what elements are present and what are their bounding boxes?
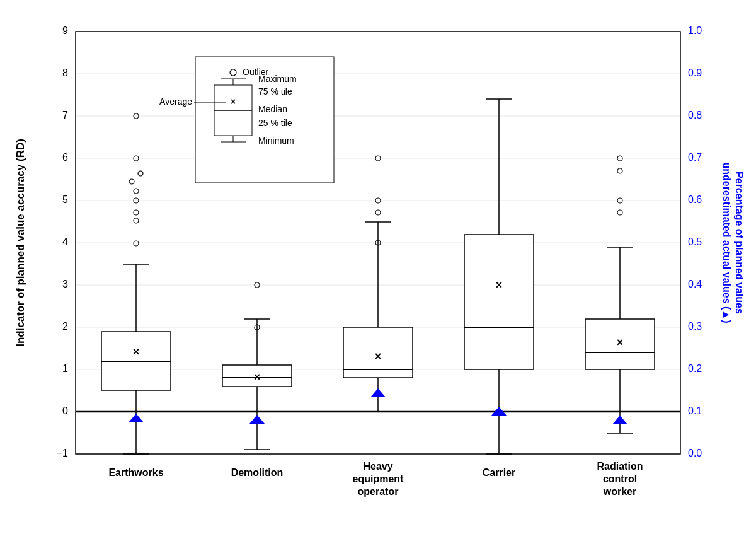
x-label-radiation3: worker [603, 486, 636, 497]
svg-text:×: × [496, 279, 503, 291]
svg-text:×: × [133, 346, 140, 358]
legend-average: Average [159, 96, 192, 107]
legend-median: Median [258, 104, 287, 114]
y-right-05: 0.5 [688, 236, 702, 247]
x-label-demolition: Demolition [231, 467, 284, 478]
x-label-radiation2: control [603, 474, 637, 484]
svg-text:×: × [375, 350, 382, 363]
chart-container: −1 0 1 2 3 4 5 6 7 8 9 0.0 0.1 0.2 0.3 0… [0, 0, 756, 541]
y-right-09: 0.9 [688, 67, 702, 78]
legend-minimum: Minimum [258, 136, 294, 146]
svg-rect-57 [464, 235, 534, 369]
y-label-2: 2 [62, 321, 68, 332]
y-left-title: Indicator of planned value accuracy (RD) [14, 139, 26, 347]
y-label-6: 6 [62, 152, 68, 163]
x-label-radiation1: Radiation [597, 461, 643, 472]
y-label-7: 7 [62, 110, 68, 120]
svg-text:×: × [254, 371, 261, 383]
x-label-heavy1: Heavy [363, 461, 392, 472]
y-label-9: 9 [62, 25, 68, 36]
x-label-heavy3: operator [358, 486, 399, 497]
y-right-10: 1.0 [688, 25, 702, 36]
y-label-1: 1 [62, 363, 68, 374]
legend-p25: 25 % tile [258, 118, 292, 128]
y-right-07: 0.7 [688, 152, 702, 163]
legend-p75: 75 % tile [258, 86, 292, 96]
y-label-8: 8 [62, 67, 68, 78]
y-right-title2: underestimated actual values (▲) [721, 162, 732, 323]
y-right-02: 0.2 [688, 363, 702, 374]
legend-maximum: Maximum [258, 74, 297, 84]
y-right-01: 0.1 [688, 405, 702, 416]
y-label-0: 0 [62, 405, 68, 416]
y-right-03: 0.3 [688, 321, 702, 332]
y-label-minus1: −1 [57, 448, 68, 458]
y-right-06: 0.6 [688, 194, 702, 205]
y-label-3: 3 [62, 279, 68, 289]
x-label-earthworks: Earthworks [108, 467, 163, 478]
y-label-4: 4 [62, 236, 68, 247]
svg-text:×: × [617, 336, 624, 349]
y-right-title: Percentage of planned values [734, 172, 745, 314]
svg-text:×: × [231, 96, 236, 107]
y-right-04: 0.4 [688, 279, 702, 289]
x-label-heavy2: equipment [353, 474, 404, 484]
x-label-carrier: Carrier [483, 467, 515, 478]
y-right-08: 0.8 [688, 110, 702, 120]
y-right-0: 0.0 [688, 448, 702, 458]
y-label-5: 5 [62, 194, 68, 205]
